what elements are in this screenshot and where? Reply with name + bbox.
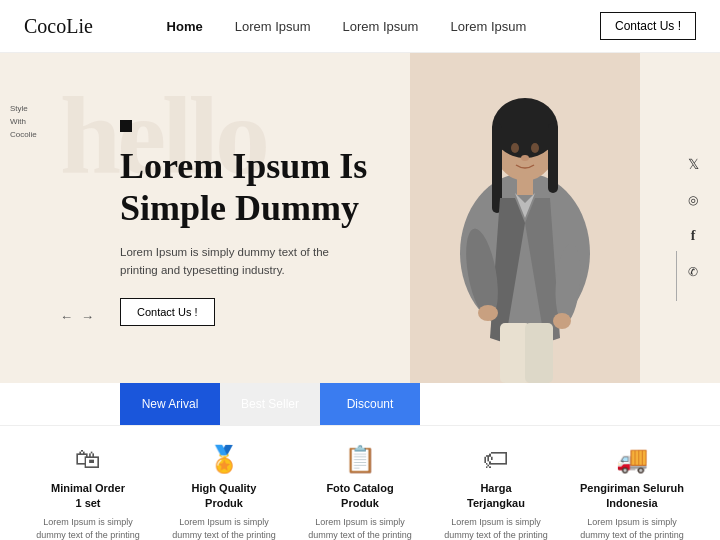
svg-point-17 (531, 143, 539, 153)
harga-icon: 🏷 (483, 444, 509, 475)
nav-link-1[interactable]: Lorem Ipsum (235, 19, 311, 34)
prev-arrow[interactable]: ← (60, 309, 73, 325)
svg-point-14 (478, 305, 498, 321)
svg-rect-6 (548, 123, 558, 193)
tabs-row: New Arival Best Seller Discount (120, 383, 420, 425)
feature-title-0: Minimal Order1 set (51, 481, 125, 512)
features-section: 🛍 Minimal Order1 set Lorem Ipsum is simp… (0, 425, 720, 540)
feature-desc-2: Lorem Ipsum is simply dummy text of the … (305, 516, 415, 540)
hero-content: Lorem Ipsum Is Simple Dummy Lorem Ipsum … (120, 120, 367, 326)
nav-contact-button[interactable]: Contact Us ! (600, 12, 696, 40)
hero-section: hello Style With Cocolie Lorem Ipsum Is … (0, 53, 720, 383)
feature-desc-1: Lorem Ipsum is simply dummy text of the … (169, 516, 279, 540)
feature-desc-3: Lorem Ipsum is simply dummy text of the … (441, 516, 551, 540)
feature-high-quality: 🏅 High QualityProduk Lorem Ipsum is simp… (169, 444, 279, 540)
feature-title-2: Foto CatalogProduk (326, 481, 393, 512)
instagram-icon[interactable]: ◎ (682, 189, 704, 211)
svg-point-16 (511, 143, 519, 153)
hero-heading: Lorem Ipsum Is Simple Dummy (120, 146, 367, 229)
nav-link-2[interactable]: Lorem Ipsum (343, 19, 419, 34)
feature-minimal-order: 🛍 Minimal Order1 set Lorem Ipsum is simp… (33, 444, 143, 540)
feature-desc-4: Lorem Ipsum is simply dummy text of the … (577, 516, 687, 540)
hero-left-label: Style With Cocolie (10, 103, 37, 141)
feature-harga: 🏷 HargaTerjangkau Lorem Ipsum is simply … (441, 444, 551, 540)
nav-links: Home Lorem Ipsum Lorem Ipsum Lorem Ipsum (167, 17, 527, 35)
high-quality-icon: 🏅 (208, 444, 240, 475)
feature-title-3: HargaTerjangkau (467, 481, 525, 512)
social-line (676, 251, 677, 301)
feature-foto-catalog: 📋 Foto CatalogProduk Lorem Ipsum is simp… (305, 444, 415, 540)
svg-point-15 (553, 313, 571, 329)
slide-indicator-dot (120, 120, 132, 132)
minimal-order-icon: 🛍 (75, 444, 101, 475)
feature-title-1: High QualityProduk (192, 481, 257, 512)
twitter-icon[interactable]: 𝕏 (682, 153, 704, 175)
tab-best-seller[interactable]: Best Seller (220, 383, 320, 425)
svg-rect-3 (517, 175, 533, 195)
nav-link-3[interactable]: Lorem Ipsum (450, 19, 526, 34)
tab-new-arival[interactable]: New Arival (120, 383, 220, 425)
svg-rect-11 (525, 323, 553, 383)
facebook-icon[interactable]: f (682, 225, 704, 247)
whatsapp-icon[interactable]: ✆ (682, 261, 704, 283)
feature-pengiriman: 🚚 Pengiriman SeluruhIndonesia Lorem Ipsu… (577, 444, 687, 540)
nav-link-home[interactable]: Home (167, 19, 203, 34)
social-icons: 𝕏 ◎ f ✆ (682, 153, 704, 283)
tab-discount[interactable]: Discount (320, 383, 420, 425)
svg-point-18 (521, 155, 529, 161)
next-arrow[interactable]: → (81, 309, 94, 325)
feature-title-4: Pengiriman SeluruhIndonesia (580, 481, 684, 512)
pengiriman-icon: 🚚 (616, 444, 648, 475)
logo: CocoLie (24, 15, 93, 38)
feature-desc-0: Lorem Ipsum is simply dummy text of the … (33, 516, 143, 540)
hero-contact-button[interactable]: Contact Us ! (120, 298, 215, 326)
hero-description: Lorem Ipsum is simply dummy text of the … (120, 243, 360, 280)
navbar: CocoLie Home Lorem Ipsum Lorem Ipsum Lor… (0, 0, 720, 53)
hero-image (410, 53, 640, 383)
hero-arrows: ← → (60, 309, 94, 325)
foto-catalog-icon: 📋 (344, 444, 376, 475)
